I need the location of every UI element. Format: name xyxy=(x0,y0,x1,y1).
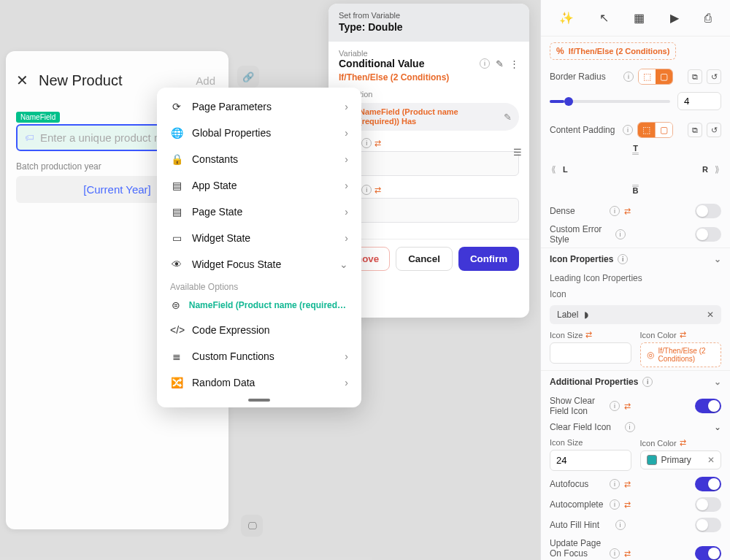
popover-item-app-state[interactable]: ▤App State› xyxy=(157,172,361,199)
value2-input[interactable] xyxy=(339,198,519,223)
cancel-button[interactable]: Cancel xyxy=(396,247,453,271)
info-icon[interactable]: i xyxy=(642,377,653,387)
popover-item-widget-state[interactable]: ▭Widget State› xyxy=(157,225,361,251)
cursor-icon[interactable]: ↖ xyxy=(599,11,609,25)
info-icon[interactable]: i xyxy=(610,206,620,216)
icon-selector[interactable]: Label ◗ ✕ xyxy=(550,305,721,324)
copy-icon[interactable]: ⧉ xyxy=(688,69,702,84)
variable-hint-icon[interactable]: ⇄ xyxy=(624,480,631,489)
additional-properties-section[interactable]: Additional Propertiesi⌄ xyxy=(541,370,730,393)
reset-icon[interactable]: ↺ xyxy=(707,69,721,84)
info-icon[interactable]: i xyxy=(480,58,490,69)
popover-item-random-data[interactable]: 🔀Random Data› xyxy=(157,369,361,396)
info-icon[interactable]: i xyxy=(610,499,620,510)
custom-error-toggle[interactable] xyxy=(695,227,721,242)
autofocus-label: Autofocus xyxy=(550,479,605,489)
ifthen-chip[interactable]: % If/Then/Else (2 Conditions) xyxy=(550,42,676,60)
conditional-value-title: Conditional Value xyxy=(339,58,474,69)
icon-properties-section[interactable]: Icon Propertiesi⌄ xyxy=(541,248,730,270)
namefield-chip: NameField xyxy=(16,112,60,123)
variable-hint-icon[interactable]: ⇄ xyxy=(624,402,631,411)
chevron-down-icon[interactable]: ⌄ xyxy=(714,422,721,432)
color-swatch xyxy=(647,455,657,465)
icon-size-input[interactable] xyxy=(550,342,631,364)
popover-item-custom-functions[interactable]: ≣Custom Functions› xyxy=(157,343,361,369)
edit-condition-icon[interactable]: ✎ xyxy=(504,112,512,123)
variable-hint-icon[interactable]: ⇄ xyxy=(374,139,381,148)
info-icon[interactable]: i xyxy=(610,401,620,411)
variable-hint-icon[interactable]: ⇄ xyxy=(680,438,686,448)
popover-item-global-properties[interactable]: 🌐Global Properties› xyxy=(157,120,361,146)
hamburger-icon[interactable]: ☰ xyxy=(513,147,522,158)
ifthen-summary[interactable]: If/Then/Else (2 Conditions) xyxy=(339,72,519,83)
info-icon[interactable]: i xyxy=(615,229,626,239)
reset-icon[interactable]: ↺ xyxy=(707,123,721,137)
placeholder-text: Enter a unique product na xyxy=(40,131,166,144)
leading-icon-properties-label: Leading Icon Properties xyxy=(541,270,730,286)
popover-selected-option[interactable]: ⊜NameField (Product name (required)) Has… xyxy=(157,294,361,317)
padding-grid[interactable]: ═ T ⟪ L ⟫ R B ═ xyxy=(550,144,721,195)
chevron-right-icon: › xyxy=(345,232,348,244)
info-icon[interactable]: i xyxy=(623,72,634,82)
close-icon[interactable]: ✕ xyxy=(16,72,28,89)
target-icon: ◎ xyxy=(647,350,654,360)
more-icon[interactable]: ⋮ xyxy=(510,58,519,69)
info-icon[interactable]: i xyxy=(610,548,620,559)
show-clear-toggle[interactable] xyxy=(695,399,721,413)
chevron-right-icon: › xyxy=(345,101,348,112)
autofocus-toggle[interactable] xyxy=(695,477,721,491)
variable-hint-icon[interactable]: ⇄ xyxy=(624,549,631,559)
condition-label: Condition xyxy=(339,90,519,99)
info-icon[interactable]: i xyxy=(361,138,372,148)
border-radius-slider[interactable] xyxy=(550,100,670,103)
chevron-down-icon: ⌄ xyxy=(714,254,721,264)
info-icon[interactable]: i xyxy=(618,254,628,264)
add-button[interactable]: Add xyxy=(196,74,215,87)
drag-handle[interactable] xyxy=(248,399,270,402)
info-icon[interactable]: i xyxy=(625,422,635,432)
autofill-toggle[interactable] xyxy=(695,518,721,532)
popover-item-constants[interactable]: 🔒Constants› xyxy=(157,146,361,172)
doc-icon: ▤ xyxy=(170,206,183,218)
dense-toggle[interactable] xyxy=(695,204,721,218)
link-icon[interactable]: 🔗 xyxy=(237,66,259,88)
info-icon[interactable]: i xyxy=(623,125,633,135)
icon-selector-label: Label xyxy=(557,310,578,320)
popover-item-code-expression[interactable]: </>Code Expression xyxy=(157,317,361,343)
icon-color-select[interactable]: ◎ If/Then/Else (2 Conditions) xyxy=(640,342,722,367)
value1-input[interactable] xyxy=(339,151,519,176)
autocomplete-toggle[interactable] xyxy=(695,497,721,512)
play-icon[interactable]: ▶ xyxy=(670,11,679,25)
clear-icon-size-input[interactable] xyxy=(550,450,631,471)
clear-icon[interactable]: ✕ xyxy=(707,310,714,320)
content-padding-label: Content Padding xyxy=(550,125,618,135)
grid-icon[interactable]: ▦ xyxy=(634,11,645,25)
clear-icon[interactable]: ✕ xyxy=(707,455,715,465)
info-icon[interactable]: i xyxy=(361,185,372,195)
border-radius-label: Border Radius xyxy=(550,72,619,82)
confirm-button[interactable]: Confirm xyxy=(458,247,519,271)
variable-hint-icon[interactable]: ⇄ xyxy=(585,330,592,340)
magic-icon[interactable]: ✨ xyxy=(559,11,574,25)
popover-item-page-parameters[interactable]: ⟳Page Parameters› xyxy=(157,93,361,120)
border-radius-mode[interactable]: ⬚▢ xyxy=(638,69,673,85)
monitor-icon[interactable]: 🖵 xyxy=(241,515,263,537)
variable-hint-icon[interactable]: ⇄ xyxy=(624,500,631,510)
panel-subtitle: Set from Variable xyxy=(339,11,519,20)
border-radius-input[interactable] xyxy=(677,92,721,110)
copy-icon[interactable]: ⧉ xyxy=(688,123,702,137)
update-focus-toggle[interactable] xyxy=(695,546,721,560)
variable-hint-icon[interactable]: ⇄ xyxy=(680,330,686,340)
popover-item-page-state[interactable]: ▤Page State› xyxy=(157,199,361,225)
clear-icon-color-select[interactable]: Primary ✕ xyxy=(640,450,722,469)
padding-mode[interactable]: ⬚▢ xyxy=(637,122,673,138)
edit-icon[interactable]: ✎ xyxy=(496,58,504,69)
info-icon[interactable]: i xyxy=(610,479,620,489)
variable-hint-icon[interactable]: ⇄ xyxy=(624,207,631,216)
export-icon[interactable]: ⎙ xyxy=(704,12,712,25)
variable-hint-icon[interactable]: ⇄ xyxy=(374,185,381,195)
clear-icon-size-label: Icon Size xyxy=(550,438,583,447)
info-icon[interactable]: i xyxy=(615,520,626,530)
condition-pill[interactable]: ⊜ NameField (Product name (required)) Ha… xyxy=(339,103,519,131)
popover-item-widget-focus-state[interactable]: 👁Widget Focus State⌄ xyxy=(157,251,361,277)
